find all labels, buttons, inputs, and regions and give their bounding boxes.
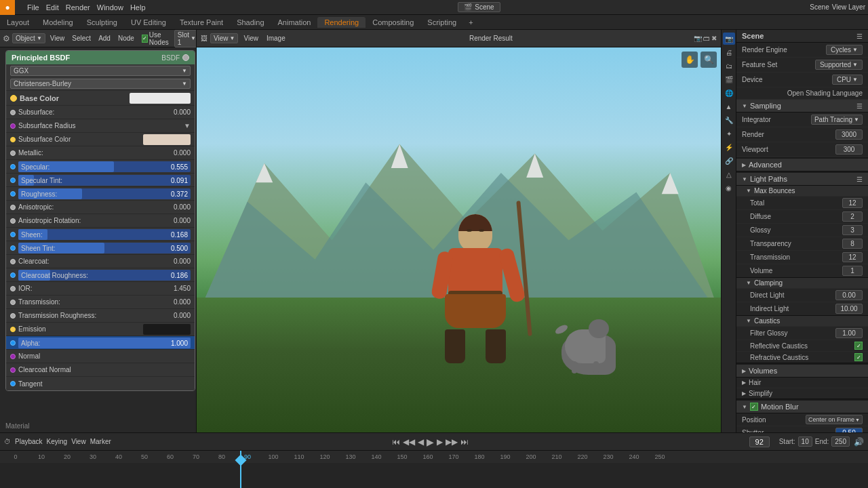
add-menu[interactable]: Add (96, 34, 113, 43)
max-bounces-header[interactable]: ▼ Max Bounces (736, 186, 868, 197)
prop-clearcoat[interactable]: Clearcoat: 0.000 (6, 255, 195, 268)
modifier-icon[interactable]: 🔧 (723, 114, 735, 126)
distribution-select[interactable]: GGX▼ (10, 66, 191, 76)
view-menu-timeline[interactable]: View (71, 438, 86, 445)
integrator-select[interactable]: Path Tracing▼ (811, 115, 863, 125)
select-menu[interactable]: Select (69, 34, 94, 43)
viewport-view-select[interactable]: View▼ (210, 33, 238, 43)
prop-subsurface-color[interactable]: Subsurface Color (6, 133, 195, 146)
prop-alpha[interactable]: Alpha: 1.000 (6, 336, 195, 350)
prop-specular-tint[interactable]: Specular Tint: 0.091 (6, 174, 195, 187)
marker-menu[interactable]: Marker (90, 438, 111, 445)
bsdf-output-socket[interactable] (182, 54, 189, 61)
viewport-samples-value[interactable]: 300 (835, 144, 863, 155)
blender-logo[interactable]: ● (0, 0, 15, 15)
render-icon[interactable]: 📷 (723, 33, 735, 45)
tab-texture-paint[interactable]: Texture Paint (173, 17, 230, 28)
next-keyframe[interactable]: ▶ (437, 437, 443, 447)
subsurface-color-swatch[interactable] (143, 134, 191, 145)
current-frame-display[interactable]: 92 (749, 436, 770, 447)
start-value[interactable]: 10 (798, 436, 812, 447)
clamping-header[interactable]: ▼ Clamping (736, 278, 868, 289)
direct-light-value[interactable]: 0.00 (835, 290, 863, 300)
playback-menu[interactable]: Playback (15, 438, 43, 445)
prop-normal[interactable]: Normal (6, 350, 195, 363)
render-engine-select[interactable]: Cycles▼ (826, 45, 863, 55)
indirect-light-value[interactable]: 10.00 (835, 304, 863, 314)
bounce-volume-value[interactable]: 1 (842, 266, 863, 276)
tab-sculpting[interactable]: Sculpting (80, 17, 124, 28)
prop-specular[interactable]: Specular: 0.555 (6, 160, 195, 174)
subsurface-method-select[interactable]: Christensen-Burley▼ (10, 79, 191, 89)
tab-shading[interactable]: Shading (230, 17, 271, 28)
end-value[interactable]: 250 (831, 436, 850, 447)
menu-edit[interactable]: Edit (43, 3, 62, 12)
prop-subsurface-radius[interactable]: Subsurface Radius ▼ (6, 119, 195, 133)
tab-rendering[interactable]: Rendering (317, 17, 366, 28)
prop-sheen[interactable]: Sheen: 0.168 (6, 228, 195, 241)
world-icon[interactable]: 🌐 (723, 87, 735, 99)
viewport-view-menu[interactable]: View (241, 34, 261, 43)
prop-anisotropic-rotation[interactable]: Anisotropic Rotation: 0.000 (6, 214, 195, 228)
motion-blur-checkbox[interactable]: ✓ (750, 403, 758, 411)
prop-subsurface[interactable]: Subsurface: 0.000 (6, 106, 195, 119)
feature-set-select[interactable]: Supported▼ (815, 60, 863, 70)
view-icons[interactable]: 📷 🗃 ✖ (694, 35, 717, 42)
tab-compositing[interactable]: Compositing (366, 17, 420, 28)
prop-metallic[interactable]: Metallic: 0.000 (6, 146, 195, 160)
next-frame[interactable]: ▶▶ (446, 437, 458, 447)
scene-selector[interactable]: 🎬 Scene (458, 2, 500, 12)
physics-icon[interactable]: ⚡ (723, 141, 735, 153)
refractive-caustics-checkbox[interactable]: ✓ (854, 353, 863, 361)
constraints-icon[interactable]: 🔗 (723, 155, 735, 167)
tab-plus[interactable]: + (463, 17, 478, 28)
device-select[interactable]: CPU▼ (832, 75, 863, 85)
output-icon[interactable]: 🖨 (723, 46, 735, 58)
menu-file[interactable]: File (24, 3, 42, 12)
tab-layout[interactable]: Layout (0, 17, 36, 28)
editor-type-select[interactable]: Object▼ (12, 33, 45, 43)
menu-help[interactable]: Help (127, 3, 149, 12)
prop-ior[interactable]: IOR: 1.450 (6, 282, 195, 296)
hand-tool[interactable]: ✋ (682, 52, 698, 68)
node-menu[interactable]: Node (115, 34, 137, 43)
audio-icon[interactable]: 🔊 (854, 437, 864, 447)
prop-tangent[interactable]: Tangent (6, 377, 195, 390)
tab-animation[interactable]: Animation (271, 17, 318, 28)
shutter-value[interactable]: 0.50 (835, 428, 863, 432)
menu-window[interactable]: Window (94, 3, 126, 12)
prop-base-color[interactable]: Base Color (6, 91, 195, 106)
tab-modeling[interactable]: Modeling (36, 17, 80, 28)
motion-blur-header[interactable]: ▼ ✓ Motion Blur (736, 401, 868, 413)
viewport-type-icon[interactable]: 🖼 (201, 35, 208, 42)
particles-icon[interactable]: ✦ (723, 127, 735, 140)
play-button[interactable]: ▶ (427, 436, 434, 447)
view-layer-icon[interactable]: 🗂 (723, 60, 735, 72)
filter-glossy-value[interactable]: 1.00 (835, 328, 863, 338)
bounce-transparency-value[interactable]: 8 (842, 239, 863, 249)
use-nodes-checkbox[interactable]: ✓ (142, 35, 148, 43)
prop-roughness[interactable]: Roughness: 0.372 (6, 187, 195, 201)
prop-transmission-roughness[interactable]: Transmission Roughness: 0.000 (6, 309, 195, 323)
bounce-total-value[interactable]: 12 (842, 198, 863, 208)
bounce-transmission-value[interactable]: 12 (842, 252, 863, 262)
tab-scripting[interactable]: Scripting (420, 17, 463, 28)
prop-transmission[interactable]: Transmission: 0.000 (6, 296, 195, 309)
keying-menu[interactable]: Keying (47, 438, 68, 445)
bounce-glossy-value[interactable]: 3 (842, 225, 863, 235)
menu-render[interactable]: Render (63, 3, 93, 12)
magnify-tool[interactable]: 🔍 (701, 52, 717, 68)
jump-to-start[interactable]: ⏮ (392, 437, 400, 447)
render-samples-value[interactable]: 3000 (835, 129, 863, 140)
jump-to-end[interactable]: ⏭ (460, 437, 469, 447)
material-icon2[interactable]: ◉ (723, 182, 735, 194)
expand-icon[interactable]: ☰ (856, 33, 863, 40)
reflective-caustics-checkbox[interactable]: ✓ (854, 342, 863, 350)
sampling-section-header[interactable]: ▼ Sampling ☰ (736, 100, 868, 113)
data-icon[interactable]: △ (723, 168, 735, 180)
bounce-diffuse-value[interactable]: 2 (842, 211, 863, 222)
prop-clearcoat-normal[interactable]: Clearcoat Normal (6, 363, 195, 377)
prop-emission[interactable]: Emission (6, 323, 195, 336)
object-icon[interactable]: ▲ (723, 100, 735, 113)
timeline-type-icon[interactable]: ⏱ (4, 438, 11, 445)
